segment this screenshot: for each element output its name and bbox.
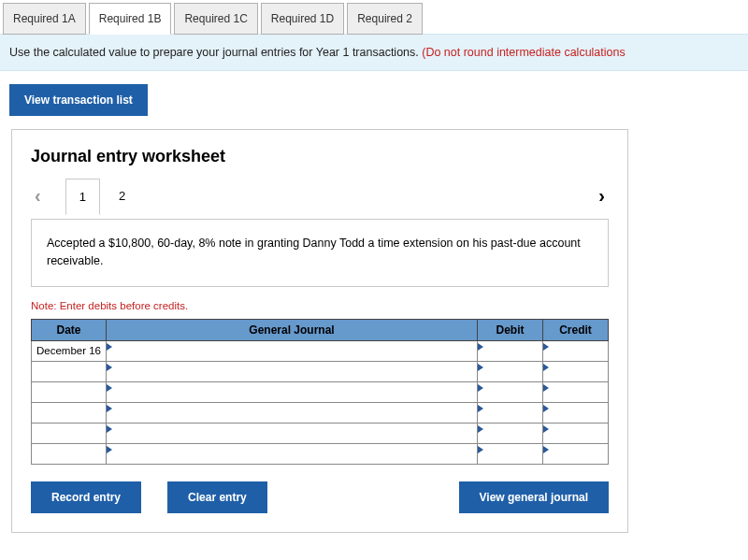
tab-required-2[interactable]: Required 2 bbox=[347, 3, 423, 35]
general-journal-cell[interactable] bbox=[107, 361, 478, 381]
date-cell[interactable] bbox=[32, 381, 107, 402]
dropdown-caret-icon bbox=[478, 405, 483, 412]
dropdown-caret-icon bbox=[478, 384, 483, 392]
instruction-text: Use the calculated value to prepare your… bbox=[9, 46, 422, 59]
step-nav-row: ‹ 12 › bbox=[31, 178, 609, 214]
table-row bbox=[32, 402, 609, 423]
dropdown-caret-icon bbox=[478, 446, 483, 453]
credit-cell[interactable] bbox=[543, 423, 609, 443]
credit-cell[interactable] bbox=[543, 340, 609, 361]
general-journal-cell[interactable] bbox=[107, 423, 478, 443]
general-journal-cell[interactable] bbox=[107, 340, 478, 361]
col-header-debit: Debit bbox=[478, 319, 543, 340]
dropdown-caret-icon bbox=[478, 425, 483, 433]
table-row: December 16 bbox=[32, 340, 609, 361]
view-transaction-list-button[interactable]: View transaction list bbox=[9, 84, 148, 116]
date-cell[interactable] bbox=[32, 402, 107, 423]
record-entry-button[interactable]: Record entry bbox=[31, 481, 141, 513]
dropdown-caret-icon bbox=[107, 364, 112, 371]
dropdown-caret-icon bbox=[107, 446, 112, 453]
debit-cell[interactable] bbox=[478, 443, 543, 464]
debits-before-credits-note: Note: Enter debits before credits. bbox=[31, 300, 609, 311]
table-row bbox=[32, 361, 609, 381]
main-tab-row: Required 1ARequired 1BRequired 1CRequire… bbox=[0, 0, 748, 35]
dropdown-caret-icon bbox=[543, 425, 549, 433]
col-header-credit: Credit bbox=[543, 319, 609, 340]
view-general-journal-button[interactable]: View general journal bbox=[459, 481, 609, 513]
dropdown-caret-icon bbox=[107, 405, 112, 412]
table-row bbox=[32, 381, 609, 402]
date-cell[interactable] bbox=[32, 423, 107, 443]
credit-cell[interactable] bbox=[543, 381, 609, 402]
debit-cell[interactable] bbox=[478, 340, 543, 361]
worksheet-title: Journal entry worksheet bbox=[31, 147, 609, 166]
dropdown-caret-icon bbox=[107, 343, 112, 351]
tab-required-1c[interactable]: Required 1C bbox=[174, 3, 257, 35]
dropdown-caret-icon bbox=[543, 446, 549, 453]
journal-entry-table: Date General Journal Debit Credit Decemb… bbox=[31, 319, 609, 465]
date-cell[interactable] bbox=[32, 361, 107, 381]
tab-required-1a[interactable]: Required 1A bbox=[3, 3, 86, 35]
dropdown-caret-icon bbox=[543, 405, 549, 412]
dropdown-caret-icon bbox=[107, 425, 112, 433]
chevron-left-icon[interactable]: ‹ bbox=[31, 185, 45, 207]
dropdown-caret-icon bbox=[543, 364, 549, 371]
date-cell[interactable] bbox=[32, 443, 107, 464]
credit-cell[interactable] bbox=[543, 361, 609, 381]
instruction-warning: (Do not round intermediate calculations bbox=[422, 46, 625, 59]
date-cell[interactable]: December 16 bbox=[32, 340, 107, 361]
transaction-description: Accepted a $10,800, 60-day, 8% note in g… bbox=[31, 219, 609, 287]
table-row bbox=[32, 423, 609, 443]
step-tab-1[interactable]: 1 bbox=[65, 179, 100, 215]
tab-required-1d[interactable]: Required 1D bbox=[261, 3, 344, 35]
general-journal-cell[interactable] bbox=[107, 402, 478, 423]
general-journal-cell[interactable] bbox=[107, 443, 478, 464]
debit-cell[interactable] bbox=[478, 361, 543, 381]
chevron-right-icon[interactable]: › bbox=[595, 185, 609, 207]
debit-cell[interactable] bbox=[478, 402, 543, 423]
tab-required-1b[interactable]: Required 1B bbox=[89, 3, 172, 35]
col-header-general-journal: General Journal bbox=[107, 319, 478, 340]
general-journal-cell[interactable] bbox=[107, 381, 478, 402]
instruction-bar: Use the calculated value to prepare your… bbox=[0, 34, 748, 71]
table-row bbox=[32, 443, 609, 464]
dropdown-caret-icon bbox=[107, 384, 112, 392]
dropdown-caret-icon bbox=[478, 343, 483, 351]
journal-entry-worksheet: Journal entry worksheet ‹ 12 › Accepted … bbox=[11, 129, 628, 533]
worksheet-action-row: Record entry Clear entry View general jo… bbox=[31, 481, 609, 513]
debit-cell[interactable] bbox=[478, 423, 543, 443]
dropdown-caret-icon bbox=[478, 364, 483, 371]
step-tab-2[interactable]: 2 bbox=[109, 179, 135, 213]
dropdown-caret-icon bbox=[543, 343, 549, 351]
credit-cell[interactable] bbox=[543, 402, 609, 423]
debit-cell[interactable] bbox=[478, 381, 543, 402]
col-header-date: Date bbox=[32, 319, 107, 340]
dropdown-caret-icon bbox=[543, 384, 549, 392]
clear-entry-button[interactable]: Clear entry bbox=[167, 481, 267, 513]
credit-cell[interactable] bbox=[543, 443, 609, 464]
